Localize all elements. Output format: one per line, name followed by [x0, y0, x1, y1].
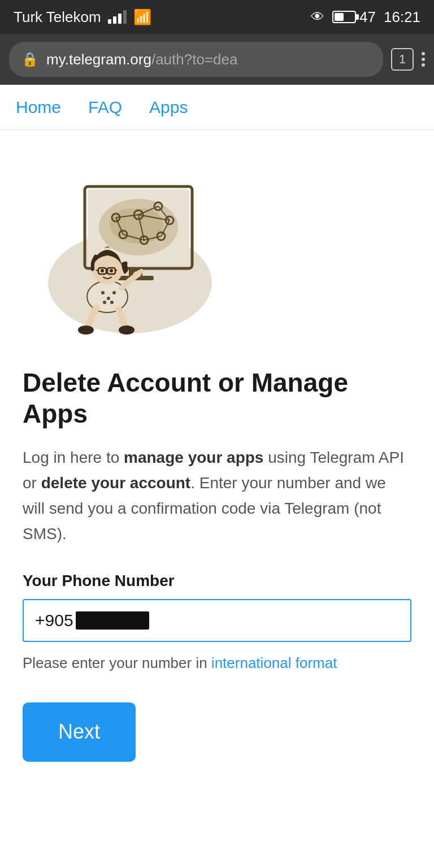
status-bar: Turk Telekom 📶 👁 47 16:21: [0, 0, 434, 34]
illustration-container: [34, 153, 411, 345]
wifi-icon: 📶: [133, 8, 151, 26]
menu-dots-icon[interactable]: [422, 48, 425, 71]
svg-point-36: [110, 269, 113, 272]
international-format-link[interactable]: international format: [211, 654, 337, 671]
page-title: Delete Account or Manage Apps: [23, 367, 411, 429]
desc-part1: Log in here to: [23, 449, 124, 466]
carrier-name: Turk Telekom: [14, 8, 101, 26]
eye-icon: 👁: [311, 9, 324, 25]
svg-point-35: [101, 269, 104, 272]
svg-point-25: [107, 297, 110, 300]
url-domain: my.telegram.org: [46, 51, 151, 68]
svg-point-24: [101, 291, 105, 294]
svg-point-26: [112, 291, 116, 294]
nav-bar: Home FAQ Apps: [0, 85, 434, 130]
battery-container: 47: [332, 8, 376, 26]
svg-point-28: [110, 301, 114, 304]
browser-bar: 🔒 my.telegram.org/auth?to=dea 1: [0, 34, 434, 85]
nav-faq[interactable]: FAQ: [88, 92, 122, 123]
next-button[interactable]: Next: [23, 702, 136, 762]
description: Log in here to manage your apps using Te…: [23, 445, 411, 546]
status-left: Turk Telekom 📶: [14, 8, 151, 26]
url-text: my.telegram.org/auth?to=dea: [46, 51, 371, 68]
nav-apps[interactable]: Apps: [149, 92, 188, 123]
phone-prefix: +905: [35, 611, 73, 630]
hint-prefix: Please enter your number in: [23, 654, 211, 671]
desc-bold2: delete your account: [41, 474, 191, 492]
svg-point-27: [103, 301, 106, 304]
hint-text: Please enter your number in internationa…: [23, 652, 411, 674]
hero-illustration: [34, 153, 226, 345]
lock-icon: 🔒: [21, 51, 38, 67]
battery-icon: [332, 11, 356, 23]
signal-icon: [108, 10, 127, 24]
nav-home[interactable]: Home: [16, 92, 61, 123]
phone-display: +905: [24, 600, 410, 641]
status-right: 👁 47 16:21: [311, 8, 420, 26]
battery-percent: 47: [359, 8, 376, 26]
main-content: Delete Account or Manage Apps Log in her…: [0, 130, 434, 796]
desc-bold1: manage your apps: [124, 449, 263, 466]
svg-line-33: [96, 270, 98, 271]
svg-point-38: [119, 326, 134, 335]
url-path: /auth?to=dea: [151, 51, 238, 68]
time-display: 16:21: [384, 8, 420, 26]
phone-redacted: [76, 611, 149, 630]
phone-input-wrapper: +905: [23, 599, 411, 642]
tab-count[interactable]: 1: [391, 48, 414, 71]
phone-label: Your Phone Number: [23, 572, 411, 590]
url-bar[interactable]: 🔒 my.telegram.org/auth?to=dea: [9, 42, 383, 77]
svg-point-37: [78, 326, 94, 335]
svg-line-34: [115, 270, 117, 271]
